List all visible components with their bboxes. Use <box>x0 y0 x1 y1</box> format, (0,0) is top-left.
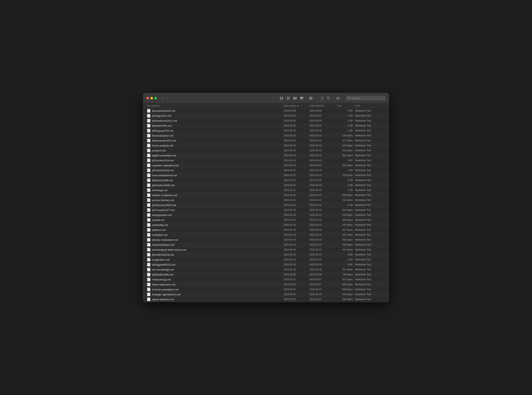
view-gallery-button[interactable] <box>299 96 305 100</box>
table-row[interactable]: Kuhnian paradigms.md 2023-02-07 2023-02-… <box>143 287 389 292</box>
date-added-cell: 2023-03-14 <box>284 144 309 147</box>
search-box[interactable] <box>346 96 386 100</box>
close-button[interactable] <box>146 97 149 99</box>
table-row[interactable]: habitus of ableism.md 2023-02-21 2023-02… <box>143 193 389 198</box>
table-row[interactable]: @Dokumaci2023.md 2023-02-21 2023-02-22 5… <box>143 203 389 208</box>
view-columns-button[interactable] <box>292 96 298 100</box>
table-row[interactable]: @Plotnick2018.md 2023-03-07 2023-03-15 2… <box>143 168 389 173</box>
date-added-cell: 2023-02-10 <box>284 258 309 261</box>
file-name: trans embodiment.md <box>147 174 284 177</box>
table-row[interactable]: shrinkage.md 2023-02-21 2023-02-22 1 KB … <box>143 188 389 193</box>
table-row[interactable]: non-knowledge.md 2023-02-08 2023-02-08 2… <box>143 267 389 272</box>
file-icon <box>147 193 150 197</box>
date-modified-cell: 2023-03-15 <box>309 149 337 152</box>
file-icon <box>147 154 150 157</box>
size-cell: 629 bytes <box>337 194 355 197</box>
size-cell: 5 KB <box>337 179 355 182</box>
share-button[interactable] <box>319 96 325 101</box>
size-cell: 3 KB <box>337 159 355 162</box>
table-row[interactable]: digital humanities.md 2023-03-14 2023-03… <box>143 153 389 158</box>
col-header-date-added[interactable]: Date Added ▼ <box>284 104 309 107</box>
forward-button[interactable]: › <box>166 96 170 101</box>
file-name: @Drucker2014.md <box>147 159 284 162</box>
table-row[interactable]: @Westbrook2012.md 2023-03-20 2023-03-20 … <box>143 118 389 123</box>
kind-cell: Markdown Text <box>355 229 385 231</box>
file-icon <box>147 248 150 252</box>
table-row[interactable]: access intimacy.md 2023-02-21 2023-02-22… <box>143 198 389 203</box>
kind-cell: Markdown Text <box>355 169 385 172</box>
date-modified-cell: 2023-03-26 <box>309 263 337 266</box>
table-row[interactable]: signal definition.md 2023-02-07 2023-02-… <box>143 297 389 302</box>
size-cell: 2 KB <box>337 109 355 112</box>
col-header-date-modified[interactable]: Date Modified <box>309 104 337 107</box>
table-row[interactable]: imagination.md 2023-02-10 2023-02-21 1 K… <box>143 257 389 262</box>
group-button[interactable] <box>308 96 316 100</box>
table-row[interactable]: @Hendren2020.md 2023-02-21 2023-04-05 2 … <box>143 183 389 188</box>
date-added-cell: 2023-02-12 <box>284 253 309 256</box>
action-button[interactable] <box>335 96 343 101</box>
table-row[interactable]: @Butler2004.md 2023-03-20 2023-03-22 2 K… <box>143 123 389 128</box>
svg-rect-5 <box>287 98 290 99</box>
date-added-cell: 2023-03-14 <box>284 134 309 137</box>
file-name: frame analysis.md <box>147 144 284 147</box>
table-row[interactable]: paratext.md 2023-03-14 2023-03-15 451 by… <box>143 148 389 153</box>
table-row[interactable]: frame analysis.md 2023-03-14 2023-03-15 … <box>143 143 389 148</box>
back-button[interactable]: ‹ <box>161 96 165 101</box>
date-modified-cell: 2023-02-15 <box>309 214 337 216</box>
kind-cell: Markdown Text <box>355 134 385 137</box>
file-name: @Bataille1986.md <box>147 273 284 276</box>
table-row[interactable]: @Foucault1977.md 2023-02-15 2023-02-15 8… <box>143 208 389 213</box>
table-row[interactable]: @Duguay2022.md 2023-03-20 2023-03-20 1 K… <box>143 128 389 133</box>
table-row[interactable]: technological determinism.md 2023-02-14 … <box>143 247 389 252</box>
table-row[interactable]: cognitive capitalism.md 2023-03-13 2023-… <box>143 163 389 168</box>
table-row[interactable]: transgression.md 2023-02-15 2023-02-15 6… <box>143 213 389 218</box>
table-row[interactable]: suicide.md 2023-02-15 2023-02-15 508 byt… <box>143 218 389 223</box>
date-modified-cell: 2023-03-15 <box>309 144 337 147</box>
file-list: @cardenas2022.md 2023-03-28 2023-04-08 2… <box>143 108 389 302</box>
col-header-name[interactable]: Documents <box>147 104 284 107</box>
date-added-cell: 2023-03-20 <box>284 119 309 122</box>
col-header-size[interactable]: Size <box>337 104 355 107</box>
table-row[interactable]: @Bataille1986.md 2023-02-08 2023-02-08 7… <box>143 272 389 277</box>
size-cell: 289 bytes <box>337 298 355 301</box>
file-name: materiality.md <box>147 223 284 227</box>
table-row[interactable]: financialization.md 2023-03-14 2023-03-1… <box>143 133 389 138</box>
table-row[interactable]: trans embodiment.md 2023-03-07 2023-03-1… <box>143 173 389 178</box>
file-icon <box>147 119 150 122</box>
search-input[interactable] <box>351 97 384 100</box>
table-row[interactable]: platform.md 2023-02-14 2023-03-03 427 by… <box>143 227 389 232</box>
view-list-button[interactable] <box>285 96 291 100</box>
svg-rect-14 <box>309 99 311 100</box>
table-row[interactable]: @Drucker2014.md 2023-03-14 2023-03-15 3 … <box>143 158 389 163</box>
table-row[interactable]: @Singh2021.md 2023-03-20 2023-03-21 1 KB… <box>143 113 389 118</box>
table-row[interactable]: methodology.md 2023-02-07 2023-02-07 307… <box>143 277 389 282</box>
svg-point-16 <box>328 98 328 98</box>
table-row[interactable]: materiality.md 2023-02-14 2023-02-14 347… <box>143 223 389 227</box>
date-modified-cell: 2023-02-14 <box>309 253 337 256</box>
date-added-cell: 2023-02-07 <box>284 283 309 286</box>
size-cell: 321 bytes <box>337 144 355 147</box>
tag-button[interactable] <box>326 96 332 100</box>
table-row[interactable]: mediation.md 2023-02-14 2023-02-14 231 b… <box>143 232 389 237</box>
table-row[interactable]: @Alexander2023.md 2023-03-14 2023-04-11 … <box>143 138 389 143</box>
col-header-kind[interactable]: Kind <box>355 104 385 107</box>
file-icon <box>147 149 150 152</box>
sort-arrow-icon: ▼ <box>297 105 299 107</box>
table-row[interactable]: instrumentalism.md 2023-02-14 2023-02-14… <box>143 242 389 247</box>
maximize-button[interactable] <box>154 97 157 99</box>
kind-cell: Markdown Text <box>355 204 385 206</box>
table-row[interactable]: @AshEtAl2018.md 2023-02-12 2023-02-14 4 … <box>143 252 389 257</box>
size-cell: 2 KB <box>337 124 355 127</box>
kind-cell: Markdown Text <box>355 253 385 256</box>
table-row[interactable]: @NagyNeff2015.md 2023-02-10 2023-03-26 5… <box>143 262 389 267</box>
file-icon <box>147 273 150 276</box>
table-row[interactable]: linear regression.md 2023-02-07 2023-02-… <box>143 282 389 287</box>
table-row[interactable]: strategic agnosticism.md 2023-02-07 2023… <box>143 292 389 297</box>
view-icons-button[interactable] <box>279 96 285 100</box>
table-row[interactable]: @cardenas2022.md 2023-03-28 2023-04-08 2… <box>143 108 389 113</box>
size-cell: 2 KB <box>337 184 355 187</box>
minimize-button[interactable] <box>150 97 153 99</box>
date-added-cell: 2023-02-14 <box>284 233 309 236</box>
table-row[interactable]: identity modulation.md 2023-02-14 2023-0… <box>143 237 389 242</box>
table-row[interactable]: @Berlant1998.md 2023-02-22 2023-02-25 5 … <box>143 178 389 183</box>
